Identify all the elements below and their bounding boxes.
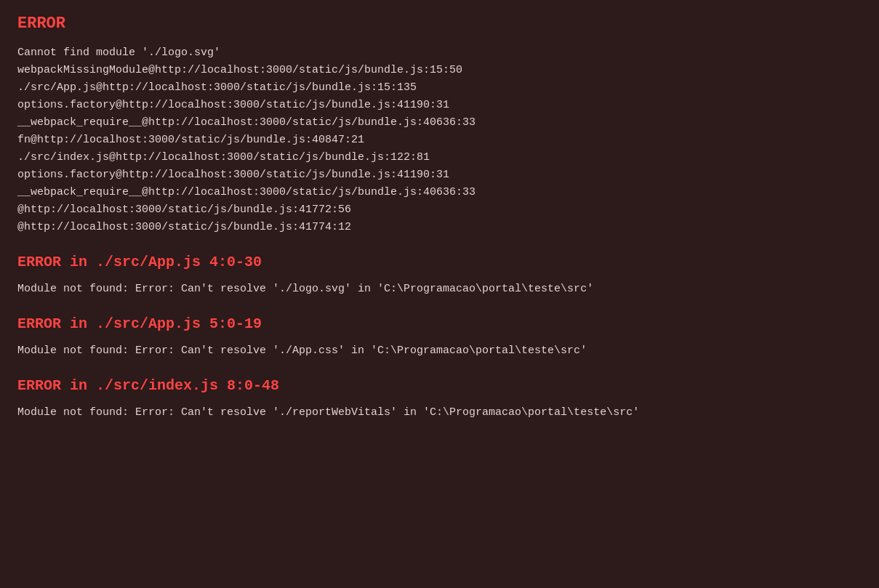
- error-section-2: ERROR in ./src/index.js 8:0-48Module not…: [17, 377, 862, 422]
- error-section-title-2: ERROR in ./src/index.js 8:0-48: [17, 377, 862, 394]
- main-error-title: ERROR: [17, 15, 862, 33]
- error-section-message-2: Module not found: Error: Can't resolve '…: [17, 404, 862, 422]
- error-section-message-1: Module not found: Error: Can't resolve '…: [17, 342, 862, 360]
- error-section-0: ERROR in ./src/App.js 4:0-30Module not f…: [17, 254, 862, 298]
- error-sections-container: ERROR in ./src/App.js 4:0-30Module not f…: [17, 254, 862, 422]
- error-section-message-0: Module not found: Error: Can't resolve '…: [17, 281, 862, 298]
- stack-trace: Cannot find module './logo.svg' webpackM…: [17, 44, 862, 236]
- error-section-1: ERROR in ./src/App.js 5:0-19Module not f…: [17, 315, 862, 360]
- error-section-title-0: ERROR in ./src/App.js 4:0-30: [17, 254, 862, 270]
- main-error-block: ERROR Cannot find module './logo.svg' we…: [17, 15, 862, 236]
- error-section-title-1: ERROR in ./src/App.js 5:0-19: [17, 315, 862, 332]
